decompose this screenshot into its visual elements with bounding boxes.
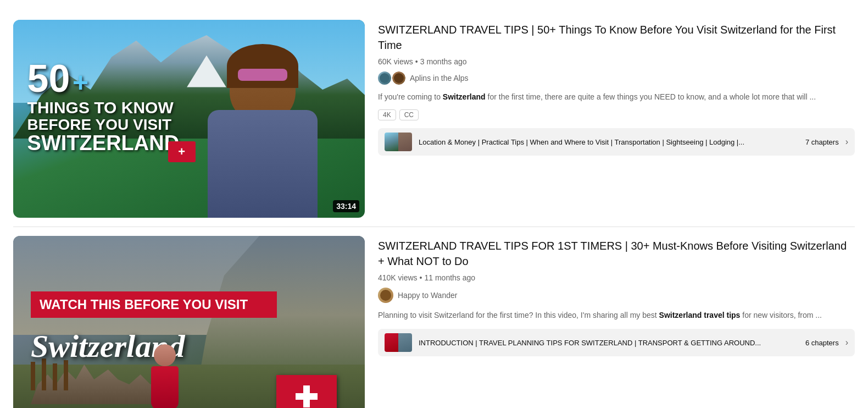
dot-sep-2: • [420, 273, 422, 282]
chapters-count-1: 7 chapters [805, 138, 839, 146]
channel-name-2[interactable]: Happy to Wander [398, 291, 457, 300]
tag-cc: CC [399, 109, 419, 120]
time-ago-2: 11 months ago [425, 273, 476, 282]
video-description-1: If you're coming to Switzerland for the … [378, 91, 855, 103]
video-item-1: 50 + THINGS TO KNOW BEFORE YOU VISIT SWI… [0, 11, 868, 227]
thumb2-watch-banner: WATCH THIS BEFORE YOU VISIT [31, 291, 277, 318]
chapters-text-1: Location & Money | Practical Tips | When… [419, 138, 799, 146]
channel-row-1: Aplins in the Alps [378, 71, 855, 85]
avatar-1a [378, 71, 391, 85]
chapter-thumb-2 [385, 333, 412, 352]
avatar-2 [378, 288, 393, 303]
chevron-down-icon-2: › [845, 338, 848, 348]
duration-badge-1: 33:14 [333, 200, 359, 212]
thumbnail-2[interactable]: WATCH THIS BEFORE YOU VISIT Switzerland … [13, 236, 365, 408]
chapters-bar-1[interactable]: Location & Money | Practical Tips | When… [378, 128, 855, 156]
chevron-down-icon-1: › [845, 137, 848, 147]
dot-sep-1: • [415, 57, 418, 66]
video-meta-2: 410K views • 11 months ago [378, 273, 855, 282]
video-meta-1: 60K views • 3 months ago [378, 57, 855, 66]
channel-row-2: Happy to Wander [378, 288, 855, 303]
chapters-bar-2[interactable]: INTRODUCTION | TRAVEL PLANNING TIPS FOR … [378, 329, 855, 356]
thumbnail-1[interactable]: 50 + THINGS TO KNOW BEFORE YOU VISIT SWI… [13, 20, 365, 218]
chapter-thumb-1 [385, 133, 412, 151]
chapters-count-2: 6 chapters [805, 339, 839, 347]
video-item-2: WATCH THIS BEFORE YOU VISIT Switzerland … [0, 227, 868, 408]
video-title-2[interactable]: SWITZERLAND TRAVEL TIPS FOR 1ST TIMERS |… [378, 238, 855, 269]
tags-row-1: 4K CC [378, 109, 855, 120]
channel-name-1[interactable]: Aplins in the Alps [410, 74, 469, 82]
video-description-2: Planning to visit Switzerland for the fi… [378, 310, 855, 321]
view-count-1: 60K views [378, 57, 413, 66]
view-count-2: 410K views [378, 273, 418, 282]
avatar-1b [392, 71, 405, 85]
desc-bold-1: Switzerland [443, 92, 486, 101]
chapters-text-2: INTRODUCTION | TRAVEL PLANNING TIPS FOR … [419, 339, 799, 347]
video-info-2: SWITZERLAND TRAVEL TIPS FOR 1ST TIMERS |… [378, 236, 855, 356]
video-info-1: SWITZERLAND TRAVEL TIPS | 50+ Things To … [378, 20, 855, 156]
video-title-1[interactable]: SWITZERLAND TRAVEL TIPS | 50+ Things To … [378, 22, 855, 53]
dual-avatar-1 [378, 71, 405, 85]
time-ago-1: 3 months ago [420, 57, 467, 66]
search-results: 50 + THINGS TO KNOW BEFORE YOU VISIT SWI… [0, 0, 868, 408]
desc-bold-2: Switzerland travel tips [659, 311, 741, 319]
tag-4k: 4K [378, 109, 396, 120]
